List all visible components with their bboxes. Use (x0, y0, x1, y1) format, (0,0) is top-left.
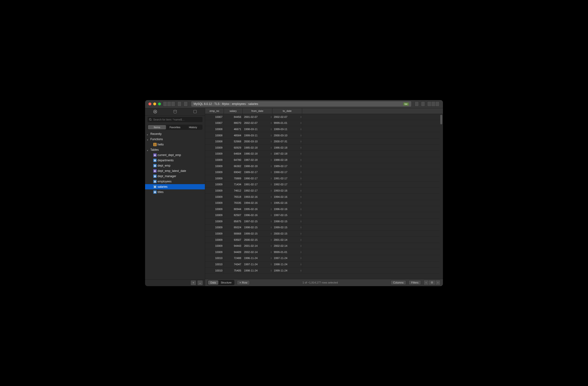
tree-fn-hello[interactable]: {}hello (145, 142, 205, 147)
cell-from-date[interactable]: 1998-03-11▴▾ (243, 126, 272, 132)
cell-to-date[interactable]: 2001-02-14▴▾ (272, 237, 302, 243)
cell-to-date[interactable]: 9999-01-01▴▾ (272, 249, 302, 255)
stepper-icon[interactable]: ▴▾ (271, 183, 272, 185)
stepper-icon[interactable]: ▴▾ (271, 244, 272, 247)
sidebar-seg-items[interactable]: Items (148, 125, 166, 129)
cell-from-date[interactable]: 1988-02-18▴▾ (243, 163, 272, 169)
cell-salary[interactable]: 76518 (224, 194, 243, 200)
cell-salary[interactable]: 71434 (224, 182, 243, 187)
cell-to-date[interactable]: 9999-01-01▴▾ (272, 120, 302, 126)
stepper-icon[interactable]: ▴▾ (300, 263, 301, 265)
cell-from-date[interactable]: 2002-02-14▴▾ (243, 249, 272, 255)
stepper-icon[interactable]: ▴▾ (300, 159, 301, 161)
stepper-icon[interactable]: ▴▾ (300, 244, 301, 247)
cell-from-date[interactable]: 1998-11-24▴▾ (243, 267, 272, 273)
cell-to-date[interactable]: 1997-11-24▴▾ (272, 255, 302, 261)
cell-emp-no[interactable]: 10009 (205, 188, 224, 194)
table-row[interactable]: 10009690421989-02-17▴▾1990-02-17▴▾ (205, 169, 440, 176)
preview-button[interactable] (167, 101, 171, 107)
cell-salary[interactable]: 74612 (224, 188, 243, 194)
cell-to-date[interactable]: 1993-02-16▴▾ (272, 188, 302, 194)
tree-recently[interactable]: Recently (145, 131, 205, 137)
stepper-icon[interactable]: ▴▾ (271, 202, 272, 204)
table-row[interactable]: 10010743471997-11-24▴▾1998-11-24▴▾ (205, 262, 440, 268)
cell-salary[interactable]: 82507 (224, 212, 243, 218)
search-button[interactable] (415, 101, 419, 107)
stepper-icon[interactable]: ▴▾ (300, 146, 301, 149)
table-row[interactable]: 10009609291985-02-18▴▾1986-02-18▴▾ (205, 144, 440, 151)
table-row[interactable]: 10009646041986-02-18▴▾1987-02-18▴▾ (205, 151, 440, 157)
table-row[interactable]: 10010754051998-11-24▴▾1999-11-24▴▾ (205, 267, 440, 274)
cell-from-date[interactable]: 1987-02-18▴▾ (243, 157, 272, 163)
cell-to-date[interactable]: 1996-02-16▴▾ (272, 206, 302, 212)
list-button[interactable] (171, 101, 175, 107)
connection-path[interactable]: MySQL 8.0.12 : TLS : Myloc : employees :… (191, 101, 411, 107)
stepper-icon[interactable]: ▴▾ (271, 239, 272, 241)
minimize-window[interactable] (153, 102, 156, 105)
tree-table-dept_manager[interactable]: ▦dept_manager (145, 174, 205, 179)
cell-emp-no[interactable]: 10009 (205, 212, 224, 218)
right-panel-toggle[interactable] (435, 101, 440, 107)
scrollbar-thumb[interactable] (440, 115, 442, 124)
cell-emp-no[interactable]: 10008 (205, 126, 224, 132)
cell-from-date[interactable]: 1995-02-16▴▾ (243, 206, 272, 212)
stepper-icon[interactable]: ▴▾ (300, 116, 301, 118)
sidebar-add-button[interactable]: + (190, 280, 196, 285)
cell-from-date[interactable]: 2002-02-07▴▾ (243, 120, 272, 126)
cell-salary[interactable]: 64780 (224, 157, 243, 163)
table-row[interactable]: 10009893241998-02-15▴▾1999-02-15▴▾ (205, 224, 440, 231)
sidebar-search-input[interactable] (153, 118, 201, 121)
cell-to-date[interactable]: 1988-02-18▴▾ (272, 157, 302, 163)
stepper-icon[interactable]: ▴▾ (271, 251, 272, 253)
cell-from-date[interactable]: 1986-02-18▴▾ (243, 151, 272, 157)
sidebar-seg-favorites[interactable]: Favorites (166, 125, 184, 129)
stepper-icon[interactable]: ▴▾ (300, 214, 301, 216)
cell-from-date[interactable]: 1985-02-18▴▾ (243, 144, 272, 150)
scrollbar[interactable] (440, 114, 443, 279)
cell-from-date[interactable]: 1996-02-16▴▾ (243, 212, 272, 218)
cell-salary[interactable]: 66302 (224, 163, 243, 169)
sidebar-tab-storage[interactable] (165, 108, 185, 115)
tree-table-dept_emp[interactable]: ▦dept_emp (145, 163, 205, 168)
col-to-date[interactable]: to_date (272, 108, 302, 114)
table-row[interactable]: 10008526682000-03-10▴▾2000-07-31▴▾ (205, 139, 440, 145)
stepper-icon[interactable]: ▴▾ (271, 159, 272, 161)
stepper-icon[interactable]: ▴▾ (300, 232, 301, 235)
tree-table-salaries[interactable]: ▦salaries (145, 184, 205, 189)
sidebar-search[interactable] (147, 117, 203, 122)
cell-to-date[interactable]: 2000-03-10▴▾ (272, 132, 302, 138)
tree-functions[interactable]: Functions (145, 137, 205, 142)
refresh-button[interactable] (184, 101, 188, 107)
table-row[interactable]: 10008485841999-03-11▴▾2000-03-10▴▾ (205, 132, 440, 139)
cell-salary[interactable]: 78335 (224, 200, 243, 206)
table-row[interactable]: 10009765181993-02-16▴▾1994-02-16▴▾ (205, 194, 440, 200)
cell-to-date[interactable]: 2000-07-31▴▾ (272, 139, 302, 144)
page-settings[interactable]: ⚙ (428, 280, 435, 285)
stepper-icon[interactable]: ▴▾ (271, 214, 272, 216)
cell-from-date[interactable]: 1991-02-17▴▾ (243, 182, 272, 187)
table-row[interactable]: 10009783351994-02-16▴▾1995-02-16▴▾ (205, 200, 440, 206)
stepper-icon[interactable]: ▴▾ (271, 226, 272, 228)
stepper-icon[interactable]: ▴▾ (271, 208, 272, 210)
cell-to-date[interactable]: 2000-02-15▴▾ (272, 231, 302, 237)
stepper-icon[interactable]: ▴▾ (271, 257, 272, 259)
cell-to-date[interactable]: 1994-02-16▴▾ (272, 194, 302, 200)
cell-from-date[interactable]: 2000-03-10▴▾ (243, 139, 272, 144)
tree-table-dept_emp_latest_date[interactable]: ◉dept_emp_latest_date (145, 168, 205, 174)
cell-emp-no[interactable]: 10009 (205, 231, 224, 237)
cell-from-date[interactable]: 1993-02-16▴▾ (243, 194, 272, 200)
stepper-icon[interactable]: ▴▾ (300, 202, 301, 204)
stepper-icon[interactable]: ▴▾ (300, 208, 301, 210)
add-row-button[interactable]: +Row (237, 280, 250, 285)
table-row[interactable]: 10007880702002-02-07▴▾9999-01-01▴▾ (205, 120, 440, 126)
cell-salary[interactable]: 85875 (224, 219, 243, 224)
cell-to-date[interactable]: 1998-11-24▴▾ (272, 262, 302, 267)
cell-emp-no[interactable]: 10009 (205, 249, 224, 255)
stepper-icon[interactable]: ▴▾ (271, 196, 272, 198)
close-window[interactable] (148, 102, 151, 105)
stepper-icon[interactable]: ▴▾ (300, 239, 301, 241)
sidebar-tab-database[interactable] (145, 108, 165, 115)
sidebar-dropdown-button[interactable]: ⌄ (197, 280, 203, 285)
cell-emp-no[interactable]: 10007 (205, 120, 224, 126)
cell-emp-no[interactable]: 10008 (205, 139, 224, 144)
